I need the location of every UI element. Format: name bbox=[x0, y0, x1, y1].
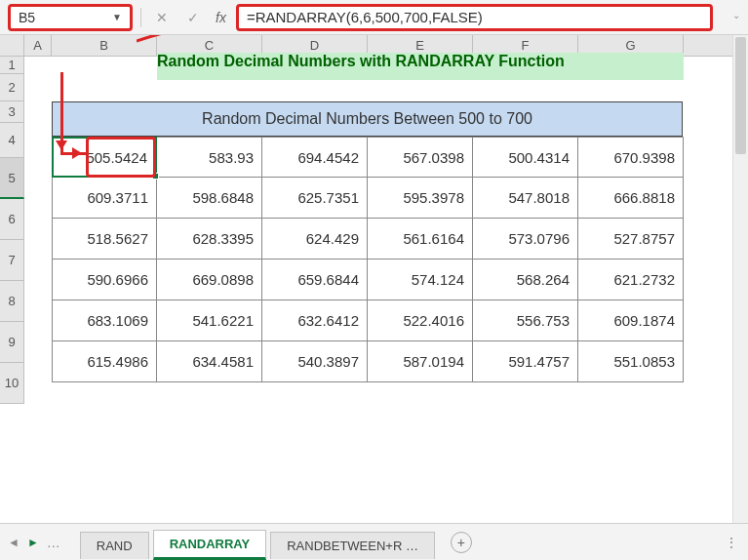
cell-F8[interactable]: 568.264 bbox=[473, 260, 578, 300]
tab-overflow-icon[interactable]: … bbox=[47, 535, 60, 550]
row-header-7[interactable]: 7 bbox=[0, 240, 24, 281]
cell-E9[interactable]: 522.4016 bbox=[368, 300, 473, 341]
cell-G6[interactable]: 666.8818 bbox=[578, 178, 684, 219]
table-row: 615.4986 634.4581 540.3897 587.0194 591.… bbox=[52, 341, 684, 382]
row-header-4[interactable]: 4 bbox=[0, 123, 24, 158]
cell-E6[interactable]: 595.3978 bbox=[368, 178, 473, 219]
arrow-annotation bbox=[137, 35, 322, 47]
formula-input[interactable]: =RANDARRAY(6,6,500,700,FALSE) bbox=[236, 4, 713, 31]
cell-D10[interactable]: 540.3897 bbox=[262, 341, 368, 382]
cell-F9[interactable]: 556.753 bbox=[473, 300, 578, 341]
data-table: 505.5424 583.93 694.4542 567.0398 500.43… bbox=[52, 137, 684, 382]
fx-icon[interactable]: fx bbox=[216, 10, 226, 25]
separator bbox=[140, 8, 141, 27]
cancel-formula-icon[interactable]: ✕ bbox=[149, 6, 175, 29]
vertical-scrollbar[interactable] bbox=[732, 35, 748, 523]
sheet-title[interactable]: Random Decimal Numbers with RANDARRAY Fu… bbox=[157, 53, 684, 80]
cell-B10[interactable]: 615.4986 bbox=[52, 341, 157, 382]
select-all-corner[interactable] bbox=[0, 35, 24, 56]
name-box[interactable]: B5 ▼ bbox=[8, 4, 133, 31]
tab-nav: ◄ ► … bbox=[8, 535, 60, 550]
row-header-6[interactable]: 6 bbox=[0, 199, 24, 240]
tab-prev-icon[interactable]: ◄ bbox=[8, 536, 20, 549]
tab-next-icon[interactable]: ► bbox=[27, 536, 39, 549]
cell-F10[interactable]: 591.4757 bbox=[473, 341, 578, 382]
cell-B7[interactable]: 518.5627 bbox=[52, 219, 157, 260]
cell-G8[interactable]: 621.2732 bbox=[578, 260, 684, 300]
formula-text: =RANDARRAY(6,6,500,700,FALSE) bbox=[247, 9, 483, 25]
table-row: 609.3711 598.6848 625.7351 595.3978 547.… bbox=[52, 178, 684, 219]
row-header-3[interactable]: 3 bbox=[0, 101, 24, 123]
expand-formula-icon[interactable]: ⌄ bbox=[732, 10, 740, 20]
sheet-title-wrap: Random Decimal Numbers with RANDARRAY Fu… bbox=[157, 53, 684, 80]
worksheet-area: A B C D E F G 1 2 3 4 5 6 7 8 9 10 Rando… bbox=[0, 35, 748, 519]
chevron-down-icon[interactable]: ▼ bbox=[112, 12, 122, 22]
cell-B6[interactable]: 609.3711 bbox=[52, 178, 157, 219]
arrow-annotation bbox=[60, 72, 63, 154]
table-row: 590.6966 669.0898 659.6844 574.124 568.2… bbox=[52, 260, 684, 300]
fill-handle[interactable] bbox=[152, 173, 159, 180]
cell-G7[interactable]: 527.8757 bbox=[578, 219, 684, 260]
cell-C5[interactable]: 583.93 bbox=[157, 137, 262, 178]
cell-F5[interactable]: 500.4314 bbox=[473, 137, 578, 178]
col-header-A[interactable]: A bbox=[24, 35, 52, 56]
row-header-10[interactable]: 10 bbox=[0, 363, 24, 404]
row-header-8[interactable]: 8 bbox=[0, 281, 24, 322]
cell-E10[interactable]: 587.0194 bbox=[368, 341, 473, 382]
cell-D6[interactable]: 625.7351 bbox=[262, 178, 368, 219]
cell-C10[interactable]: 634.4581 bbox=[157, 341, 262, 382]
sheet-tab-rand[interactable]: RAND bbox=[80, 532, 149, 559]
row-header-1[interactable]: 1 bbox=[0, 57, 24, 74]
table-row: 683.1069 541.6221 632.6412 522.4016 556.… bbox=[52, 300, 684, 341]
add-sheet-button[interactable]: + bbox=[451, 532, 472, 553]
table-header-wrap: Random Decimal Numbers Between 500 to 70… bbox=[52, 101, 683, 137]
cell-F6[interactable]: 547.8018 bbox=[473, 178, 578, 219]
row-header-2[interactable]: 2 bbox=[0, 74, 24, 101]
cell-C8[interactable]: 669.0898 bbox=[157, 260, 262, 300]
cell-C9[interactable]: 541.6221 bbox=[157, 300, 262, 341]
cell-E7[interactable]: 561.6164 bbox=[368, 219, 473, 260]
cell-G5[interactable]: 670.9398 bbox=[578, 137, 684, 178]
row-header-9[interactable]: 9 bbox=[0, 322, 24, 363]
cell-D8[interactable]: 659.6844 bbox=[262, 260, 368, 300]
table-header[interactable]: Random Decimal Numbers Between 500 to 70… bbox=[52, 101, 683, 137]
arrow-annotation bbox=[60, 152, 86, 155]
sheet-tab-bar: ◄ ► … RAND RANDARRAY RANDBETWEEN+R … + ⋮ bbox=[0, 523, 748, 560]
scrollbar-thumb[interactable] bbox=[735, 37, 746, 154]
cell-B9[interactable]: 683.1069 bbox=[52, 300, 157, 341]
sheet-tab-randarray[interactable]: RANDARRAY bbox=[153, 530, 267, 560]
cell-G10[interactable]: 551.0853 bbox=[578, 341, 684, 382]
cell-B8[interactable]: 590.6966 bbox=[52, 260, 157, 300]
table-row: 505.5424 583.93 694.4542 567.0398 500.43… bbox=[52, 137, 684, 178]
cell-B5[interactable]: 505.5424 bbox=[52, 137, 157, 178]
cell-D9[interactable]: 632.6412 bbox=[262, 300, 368, 341]
cell-D7[interactable]: 624.429 bbox=[262, 219, 368, 260]
tab-options-icon[interactable]: ⋮ bbox=[725, 535, 740, 550]
sheet-tab-randbetween[interactable]: RANDBETWEEN+R … bbox=[270, 532, 435, 559]
cell-E8[interactable]: 574.124 bbox=[368, 260, 473, 300]
formula-bar: B5 ▼ ✕ ✓ fx =RANDARRAY(6,6,500,700,FALSE… bbox=[0, 0, 748, 35]
cell-D5[interactable]: 694.4542 bbox=[262, 137, 368, 178]
table-row: 518.5627 628.3395 624.429 561.6164 573.0… bbox=[52, 219, 684, 260]
row-header-5[interactable]: 5 bbox=[0, 158, 24, 199]
cell-C7[interactable]: 628.3395 bbox=[157, 219, 262, 260]
name-box-value: B5 bbox=[19, 10, 112, 25]
accept-formula-icon[interactable]: ✓ bbox=[180, 6, 206, 29]
cell-E5[interactable]: 567.0398 bbox=[368, 137, 473, 178]
cell-C6[interactable]: 598.6848 bbox=[157, 178, 262, 219]
cell-G9[interactable]: 609.1874 bbox=[578, 300, 684, 341]
cell-F7[interactable]: 573.0796 bbox=[473, 219, 578, 260]
